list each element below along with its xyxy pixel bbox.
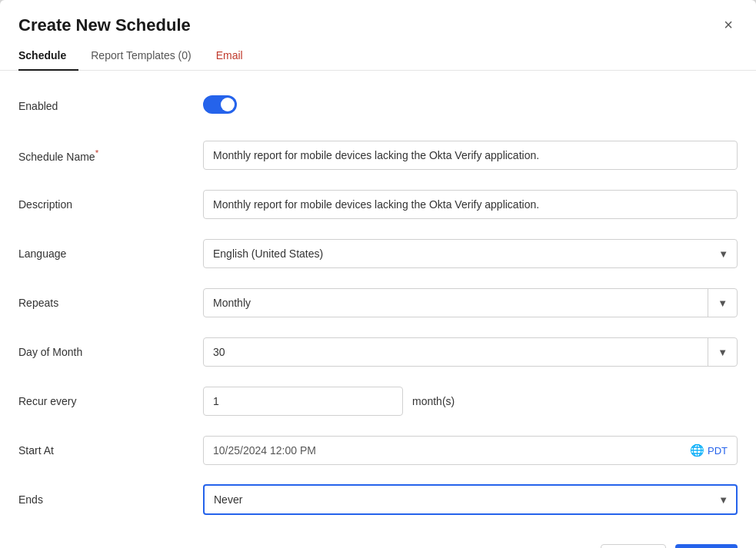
- schedule-name-control: [203, 141, 738, 170]
- recur-every-group: month(s): [203, 387, 738, 416]
- save-button[interactable]: Save: [675, 544, 738, 548]
- day-of-month-value: 30: [204, 338, 708, 366]
- tab-schedule[interactable]: Schedule: [18, 43, 78, 71]
- language-select[interactable]: English (United States) French German Sp…: [203, 239, 738, 268]
- day-of-month-label: Day of Month: [18, 346, 203, 358]
- day-of-month-row: Day of Month 30 ▼: [18, 335, 738, 369]
- ends-row: Ends Never On Date After ▼: [18, 483, 738, 516]
- description-row: Description: [18, 188, 738, 221]
- repeats-row: Repeats Monthly ▼: [18, 286, 738, 320]
- recur-every-unit: month(s): [412, 395, 455, 407]
- start-at-control: 10/25/2024 12:00 PM 🌐 PDT: [203, 436, 738, 465]
- ends-select[interactable]: Never On Date After: [203, 484, 738, 515]
- globe-icon: 🌐: [690, 443, 704, 457]
- start-at-wrap: 10/25/2024 12:00 PM 🌐 PDT: [203, 436, 738, 465]
- description-input[interactable]: [203, 190, 738, 219]
- day-of-month-chevron-icon[interactable]: ▼: [708, 339, 737, 366]
- start-at-timezone: 🌐 PDT: [681, 443, 737, 457]
- description-control: [203, 190, 738, 219]
- start-at-value: 10/25/2024 12:00 PM: [204, 437, 681, 464]
- language-select-wrap: English (United States) French German Sp…: [203, 239, 738, 268]
- schedule-name-label: Schedule Name*: [18, 148, 203, 163]
- recur-every-label: Recur every: [18, 395, 203, 407]
- enabled-row: Enabled: [18, 89, 738, 123]
- schedule-name-row: Schedule Name*: [18, 138, 738, 172]
- description-label: Description: [18, 198, 203, 211]
- enabled-control: [203, 95, 738, 117]
- language-control: English (United States) French German Sp…: [203, 239, 738, 268]
- enabled-label: Enabled: [18, 100, 203, 112]
- repeats-chevron-icon[interactable]: ▼: [708, 290, 737, 317]
- repeats-label: Repeats: [18, 297, 203, 309]
- day-of-month-select-wrap: 30 ▼: [203, 337, 738, 367]
- ends-label: Ends: [18, 493, 203, 506]
- close-button[interactable]: ×: [719, 15, 738, 34]
- start-at-row: Start At 10/25/2024 12:00 PM 🌐 PDT: [18, 433, 738, 467]
- recur-every-input[interactable]: [203, 387, 403, 416]
- start-at-label: Start At: [18, 444, 203, 457]
- ends-select-wrap: Never On Date After ▼: [203, 484, 738, 515]
- repeats-value: Monthly: [204, 289, 708, 317]
- dialog-title: Create New Schedule: [18, 15, 191, 35]
- repeats-select-wrap: Monthly ▼: [203, 288, 738, 317]
- toggle-slider: [203, 95, 237, 114]
- schedule-name-input[interactable]: [203, 141, 738, 170]
- language-label: Language: [18, 247, 203, 260]
- dialog: Create New Schedule × Schedule Report Te…: [0, 0, 756, 548]
- dialog-footer: Cancel Save: [0, 532, 756, 548]
- form-content: Enabled Schedule Name* Description: [0, 71, 756, 532]
- recur-every-control: month(s): [203, 387, 738, 416]
- tab-report-templates[interactable]: Report Templates (0): [91, 43, 203, 71]
- dialog-header: Create New Schedule ×: [0, 0, 756, 35]
- ends-control: Never On Date After ▼: [203, 484, 738, 515]
- repeats-control: Monthly ▼: [203, 288, 738, 317]
- recur-every-row: Recur every month(s): [18, 384, 738, 418]
- timezone-value: PDT: [708, 445, 728, 457]
- language-row: Language English (United States) French …: [18, 237, 738, 271]
- tab-email[interactable]: Email: [216, 43, 255, 71]
- enabled-toggle[interactable]: [203, 95, 237, 114]
- cancel-button[interactable]: Cancel: [601, 544, 667, 548]
- tab-bar: Schedule Report Templates (0) Email: [0, 35, 756, 71]
- day-of-month-control: 30 ▼: [203, 337, 738, 367]
